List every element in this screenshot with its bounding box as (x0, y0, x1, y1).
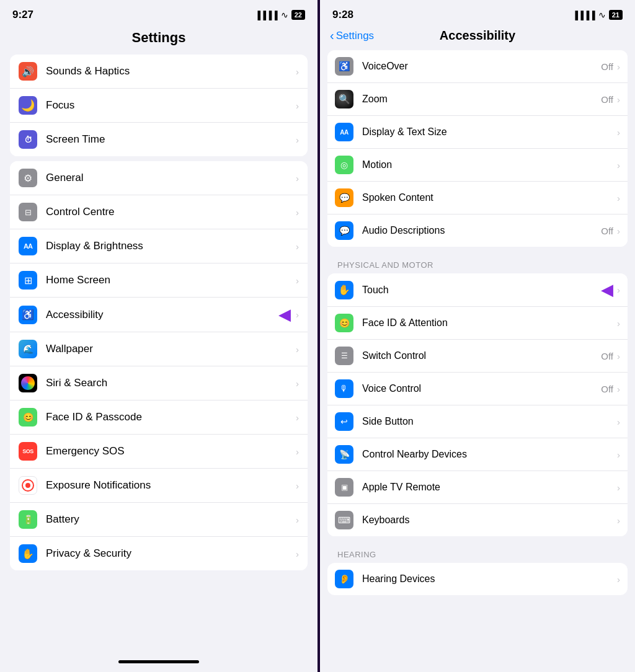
faceid-attn-label: Face ID & Attention (362, 317, 617, 329)
voiceover-label: VoiceOver (362, 61, 601, 72)
wallpaper-label: Wallpaper (46, 343, 296, 355)
right-vision-group: ♿ VoiceOver Off › 🔍 Zoom Off › AA Displa… (327, 50, 628, 247)
siri-ball (21, 376, 35, 390)
right-item-touch[interactable]: ✋ Touch ◀ › (327, 273, 628, 307)
wallpaper-icon: 🌊 (19, 340, 37, 358)
right-wifi-icon: ∿ (598, 10, 606, 20)
zoom-status: Off (601, 94, 613, 105)
focus-icon: 🌙 (19, 96, 37, 115)
chevron-icon: › (617, 351, 620, 361)
left-group-2: ⚙ General › ⊟ Control Centre › AA Displa… (10, 161, 308, 570)
right-item-side[interactable]: ↩ Side Button › (327, 405, 628, 438)
right-item-audio[interactable]: 💬 Audio Descriptions Off › (327, 214, 628, 247)
chevron-icon: › (296, 378, 299, 389)
back-button[interactable]: ‹ Settings (330, 29, 374, 43)
hearing-section-header: HEARING (320, 541, 635, 563)
sidebar-item-emergency[interactable]: SOS Emergency SOS › (10, 435, 308, 469)
siri-label: Siri & Search (46, 377, 296, 389)
chevron-icon: › (296, 100, 299, 111)
right-item-motion[interactable]: ◎ Motion › (327, 149, 628, 182)
chevron-icon: › (296, 309, 299, 320)
zoom-icon: 🔍 (335, 90, 353, 108)
appletv-label: Apple TV Remote (362, 482, 617, 493)
sidebar-item-homescreen[interactable]: ⊞ Home Screen › (10, 263, 308, 298)
sidebar-item-privacy[interactable]: ✋ Privacy & Security › (10, 537, 308, 570)
right-item-spoken[interactable]: 💬 Spoken Content › (327, 182, 628, 214)
audio-status: Off (601, 226, 613, 236)
right-physical-group: ✋ Touch ◀ › 😊 Face ID & Attention › ☰ Sw… (327, 273, 628, 536)
screentime-icon: ⏱ (19, 130, 37, 149)
faceid-attn-icon: 😊 (335, 314, 353, 332)
sidebar-item-exposure[interactable]: Exposure Notifications › (10, 469, 308, 503)
right-item-voice[interactable]: 🎙 Voice Control Off › (327, 373, 628, 405)
chevron-icon: › (296, 173, 299, 183)
chevron-icon: › (617, 515, 620, 526)
nearby-label: Control Nearby Devices (362, 449, 617, 460)
hearing-label: Hearing Devices (362, 573, 617, 585)
display-icon: AA (19, 237, 37, 255)
sidebar-item-battery[interactable]: 🔋 Battery › (10, 503, 308, 537)
purple-arrow-annotation: ◀ (278, 305, 291, 324)
hearing-icon: 👂 (335, 570, 353, 588)
homescreen-icon: ⊞ (19, 271, 37, 290)
voice-label: Voice Control (362, 383, 601, 394)
chevron-icon: › (617, 285, 620, 295)
sidebar-item-screentime[interactable]: ⏱ Screen Time › (10, 123, 308, 156)
sidebar-item-siri[interactable]: Siri & Search › (10, 366, 308, 400)
sounds-icon: 🔊 (19, 62, 37, 81)
side-icon: ↩ (335, 412, 353, 431)
audio-label: Audio Descriptions (362, 225, 601, 236)
sidebar-item-control[interactable]: ⊟ Control Centre › (10, 195, 308, 229)
chevron-icon: › (296, 549, 299, 559)
right-item-keyboard[interactable]: ⌨ Keyboards › (327, 504, 628, 536)
left-status-icons: ▐▐▐▐ ∿ 22 (255, 10, 305, 20)
chevron-icon: › (296, 344, 299, 355)
nearby-icon: 📡 (335, 445, 353, 464)
left-panel: 9:27 ▐▐▐▐ ∿ 22 Settings 🔊 Sounds & Hapti… (0, 0, 318, 672)
sidebar-item-wallpaper[interactable]: 🌊 Wallpaper › (10, 332, 308, 366)
emergency-label: Emergency SOS (46, 445, 296, 458)
chevron-icon: › (617, 318, 620, 329)
sounds-label: Sounds & Haptics (46, 65, 296, 77)
exposure-ring (22, 479, 34, 492)
control-label: Control Centre (46, 206, 296, 218)
right-item-nearby[interactable]: 📡 Control Nearby Devices › (327, 438, 628, 471)
left-status-bar: 9:27 ▐▐▐▐ ∿ 22 (0, 0, 318, 26)
chevron-icon: › (296, 515, 299, 525)
focus-label: Focus (46, 99, 296, 112)
audio-icon: 💬 (335, 221, 353, 240)
voice-status: Off (601, 384, 613, 394)
privacy-label: Privacy & Security (46, 547, 296, 560)
right-item-faceid[interactable]: 😊 Face ID & Attention › (327, 307, 628, 340)
sidebar-item-general[interactable]: ⚙ General › (10, 161, 308, 195)
sidebar-item-sounds[interactable]: 🔊 Sounds & Haptics › (10, 55, 308, 89)
right-item-voiceover[interactable]: ♿ VoiceOver Off › (327, 50, 628, 83)
left-bottom (0, 575, 318, 672)
right-item-zoom[interactable]: 🔍 Zoom Off › (327, 83, 628, 116)
control-icon: ⊟ (19, 203, 37, 221)
right-item-hearing[interactable]: 👂 Hearing Devices › (327, 563, 628, 595)
exposure-label: Exposure Notifications (46, 479, 296, 492)
chevron-icon: › (296, 135, 299, 145)
voiceover-icon: ♿ (335, 57, 353, 76)
chevron-icon: › (617, 417, 620, 427)
chevron-left-icon: ‹ (330, 29, 334, 43)
right-item-appletv[interactable]: ▣ Apple TV Remote › (327, 471, 628, 504)
right-hearing-group: 👂 Hearing Devices › (327, 563, 628, 595)
right-status-bar: 9:28 ▐▐▐▐ ∿ 21 (320, 0, 635, 26)
switch-status: Off (601, 351, 613, 361)
right-status-icons: ▐▐▐▐ ∿ 21 (572, 10, 623, 20)
motion-label: Motion (362, 159, 617, 170)
general-label: General (46, 172, 296, 184)
display-text-icon: AA (335, 123, 353, 141)
right-item-switch[interactable]: ☰ Switch Control Off › (327, 340, 628, 373)
sidebar-item-display[interactable]: AA Display & Brightness › (10, 229, 308, 263)
battery-icon: 🔋 (19, 510, 37, 529)
right-item-display[interactable]: AA Display & Text Size › (327, 116, 628, 149)
right-time: 9:28 (332, 9, 353, 21)
sidebar-item-focus[interactable]: 🌙 Focus › (10, 89, 308, 123)
sidebar-item-faceid[interactable]: 😊 Face ID & Passcode › (10, 400, 308, 435)
sidebar-item-accessibility[interactable]: ♿ Accessibility ◀ › (10, 298, 308, 332)
left-group-1: 🔊 Sounds & Haptics › 🌙 Focus › ⏱ Screen … (10, 55, 308, 156)
chevron-icon: › (296, 446, 299, 457)
